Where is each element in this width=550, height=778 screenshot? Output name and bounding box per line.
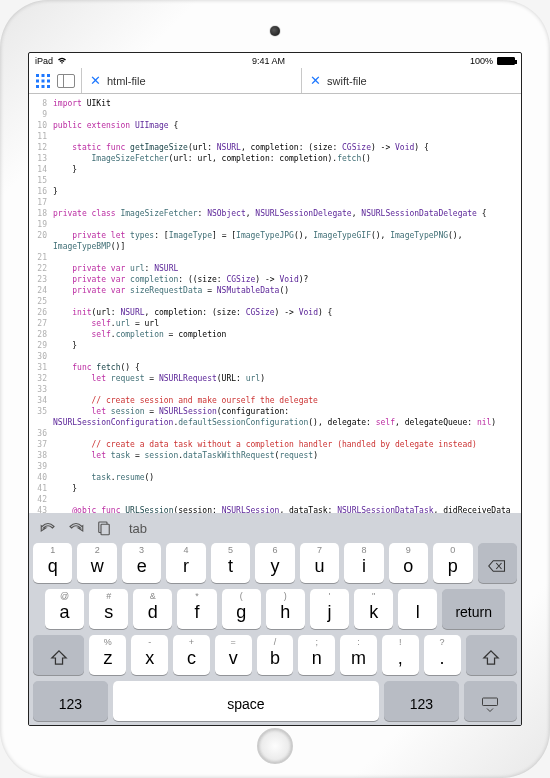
key-p[interactable]: 0p (433, 543, 472, 583)
key-d[interactable]: &d (133, 589, 172, 629)
key-,[interactable]: !, (382, 635, 419, 675)
key-i[interactable]: 8i (344, 543, 383, 583)
svg-rect-8 (47, 85, 50, 88)
battery-percent-label: 100% (470, 56, 493, 66)
key-.[interactable]: ?. (424, 635, 461, 675)
screen: iPad 9:41 AM 100% ✕ html-file (28, 52, 522, 726)
dismiss-keyboard-key[interactable] (464, 681, 517, 721)
return-key[interactable]: return (442, 589, 505, 629)
clock-label: 9:41 AM (252, 56, 285, 66)
camera-icon (270, 26, 280, 36)
space-key[interactable]: space (113, 681, 379, 721)
svg-rect-10 (101, 524, 109, 535)
shift-icon (482, 650, 500, 666)
soft-keyboard: tab 1q2w3e4r5t6y7u8i9o0p @a#s&d*f(g)h'j"… (29, 513, 521, 725)
key-a[interactable]: @a (45, 589, 84, 629)
tab-key-label[interactable]: tab (129, 521, 147, 536)
key-h[interactable]: )h (266, 589, 305, 629)
home-button[interactable] (257, 728, 293, 764)
key-b[interactable]: /b (257, 635, 294, 675)
key-r[interactable]: 4r (166, 543, 205, 583)
shift-key[interactable] (466, 635, 517, 675)
tab-label: html-file (107, 75, 146, 87)
svg-rect-5 (47, 79, 50, 82)
tab-bar: ✕ html-file ✕ swift-file (29, 68, 521, 94)
key-k[interactable]: "k (354, 589, 393, 629)
keyboard-toolbar: tab (33, 517, 517, 543)
number-mode-key[interactable]: 123 (33, 681, 108, 721)
tab-label: swift-file (327, 75, 367, 87)
redo-icon[interactable] (67, 519, 85, 537)
key-j[interactable]: 'j (310, 589, 349, 629)
status-bar: iPad 9:41 AM 100% (29, 53, 521, 68)
svg-rect-6 (36, 85, 39, 88)
key-c[interactable]: +c (173, 635, 210, 675)
tab-swift-file[interactable]: ✕ swift-file (301, 68, 521, 93)
key-q[interactable]: 1q (33, 543, 72, 583)
key-g[interactable]: (g (222, 589, 261, 629)
key-v[interactable]: =v (215, 635, 252, 675)
key-x[interactable]: -x (131, 635, 168, 675)
sidebar-toggle-icon[interactable] (57, 74, 75, 88)
key-o[interactable]: 9o (389, 543, 428, 583)
key-w[interactable]: 2w (77, 543, 116, 583)
svg-rect-0 (36, 74, 39, 77)
number-mode-key[interactable]: 123 (384, 681, 459, 721)
undo-icon[interactable] (39, 519, 57, 537)
key-u[interactable]: 7u (300, 543, 339, 583)
backspace-key[interactable] (478, 543, 517, 583)
svg-rect-1 (42, 74, 45, 77)
key-s[interactable]: #s (89, 589, 128, 629)
code-editor[interactable]: 8 9 10 11 12 13 14 15 16 17 18 19 20 21 … (29, 94, 521, 513)
shift-key[interactable] (33, 635, 84, 675)
key-f[interactable]: *f (177, 589, 216, 629)
key-m[interactable]: :m (340, 635, 377, 675)
code-content[interactable]: import UIKit public extension UIImage { … (51, 94, 521, 513)
carrier-label: iPad (35, 56, 53, 66)
ipad-frame: iPad 9:41 AM 100% ✕ html-file (0, 0, 550, 778)
close-icon[interactable]: ✕ (310, 73, 321, 88)
shift-icon (50, 650, 68, 666)
clipboard-icon[interactable] (95, 519, 113, 537)
tab-html-file[interactable]: ✕ html-file (81, 68, 301, 93)
key-n[interactable]: ;n (298, 635, 335, 675)
svg-rect-3 (36, 79, 39, 82)
key-t[interactable]: 5t (211, 543, 250, 583)
svg-rect-2 (47, 74, 50, 77)
key-z[interactable]: %z (89, 635, 126, 675)
key-y[interactable]: 6y (255, 543, 294, 583)
backspace-icon (488, 558, 506, 574)
battery-icon (497, 57, 515, 65)
key-e[interactable]: 3e (122, 543, 161, 583)
svg-rect-4 (42, 79, 45, 82)
svg-rect-11 (483, 698, 498, 706)
keyboard-hide-icon (481, 696, 499, 712)
close-icon[interactable]: ✕ (90, 73, 101, 88)
line-number-gutter: 8 9 10 11 12 13 14 15 16 17 18 19 20 21 … (29, 94, 51, 513)
key-l[interactable]: l (398, 589, 437, 629)
app-grid-icon[interactable] (35, 73, 51, 89)
svg-rect-7 (42, 85, 45, 88)
wifi-icon (57, 57, 67, 65)
